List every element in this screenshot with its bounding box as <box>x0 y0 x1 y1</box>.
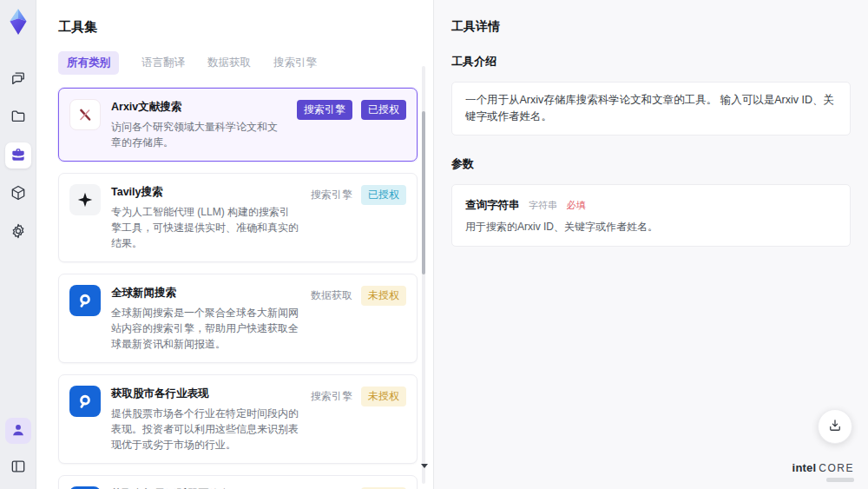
sidebar-item-chat[interactable] <box>5 66 31 92</box>
sidebar-item-settings[interactable] <box>5 219 31 245</box>
gear-icon <box>10 222 27 242</box>
tool-intro-text: 一个用于从Arxiv存储库搜索科学论文和文章的工具。 输入可以是Arxiv ID… <box>451 82 851 135</box>
tool-desc: 专为人工智能代理 (LLM) 构建的搜索引擎工具，可快速提供实时、准确和真实的结… <box>111 204 299 251</box>
panel-toggle-icon <box>10 458 27 478</box>
tool-name: 获取股市各行业表现 <box>111 387 299 401</box>
tool-card-sector-performance[interactable]: 获取股市各行业表现 提供股票市场各个行业在特定时间段内的表现。投资者可以利用这些… <box>58 374 418 464</box>
tool-name: 全球新闻搜索 <box>111 286 299 301</box>
brand-subtext-mark <box>826 478 854 482</box>
sidebar-item-models[interactable] <box>5 181 31 207</box>
intro-heading: 工具介绍 <box>451 54 851 69</box>
tab-search-engine[interactable]: 搜索引擎 <box>273 51 317 75</box>
news-app-icon <box>69 386 101 417</box>
sidebar-item-profile[interactable] <box>5 418 31 444</box>
tab-data-fetch[interactable]: 数据获取 <box>207 51 251 75</box>
download-icon <box>827 418 843 436</box>
sidebar-item-panel-toggle[interactable] <box>5 454 31 480</box>
scroll-down-arrow-icon[interactable] <box>421 464 428 468</box>
detail-title: 工具详情 <box>451 19 851 35</box>
auth-status-badge: 未授权 <box>361 387 406 406</box>
tab-translation[interactable]: 语言翻译 <box>141 51 185 75</box>
intel-core-logo: intelCORE <box>792 460 854 482</box>
sidebar-item-toolbox[interactable] <box>5 142 31 169</box>
auth-status-badge: 已授权 <box>361 100 406 120</box>
tab-all-categories[interactable]: 所有类别 <box>58 51 119 75</box>
package-icon <box>10 184 27 204</box>
tool-name: Arxiv文献搜索 <box>111 100 285 115</box>
tool-desc: 全球新闻搜索是一个聚合全球各大新闻网站内容的搜索引擎，帮助用户快速获取全球最新资… <box>111 305 299 352</box>
tools-panel: 工具集 所有类别 语言翻译 数据获取 搜索引擎 Arxiv文献搜索 访问各个研究… <box>36 0 434 489</box>
tool-card-tavily[interactable]: Tavily搜索 专为人工智能代理 (LLM) 构建的搜索引擎工具，可快速提供实… <box>58 173 418 262</box>
app-window: 工具集 所有类别 语言翻译 数据获取 搜索引擎 Arxiv文献搜索 访问各个研究… <box>0 0 868 489</box>
folder-icon <box>10 108 27 128</box>
toolbox-icon <box>10 146 27 166</box>
param-desc: 用于搜索的Arxiv ID、关键字或作者姓名。 <box>465 220 837 235</box>
auth-status-badge: 未授权 <box>361 286 406 306</box>
download-button[interactable] <box>818 409 852 444</box>
category-label: 搜索引擎 <box>311 188 352 202</box>
page-title: 工具集 <box>58 19 412 36</box>
left-rail <box>0 0 36 489</box>
params-heading: 参数 <box>451 156 851 172</box>
auth-status-badge: 已授权 <box>361 185 406 205</box>
tool-desc: 提供股票市场各个行业在特定时间段内的表现。投资者可以利用这些信息来识别表现优于或… <box>111 406 299 453</box>
app-logo-icon <box>3 7 33 36</box>
category-label: 搜索引擎 <box>311 389 352 404</box>
param-type: 字符串 <box>529 200 557 210</box>
tool-card-global-news[interactable]: 全球新闻搜索 全球新闻搜索是一个聚合全球各大新闻网站内容的搜索引擎，帮助用户快速… <box>58 274 418 363</box>
tool-name: Tavily搜索 <box>111 185 299 200</box>
param-name: 查询字符串 <box>465 199 520 211</box>
user-icon <box>10 421 27 441</box>
tool-card-active-stocks[interactable]: 获取市场最活跃股票信息 提供当天交易量最高的股票列表，投资者可以利用这些信息来识… <box>58 475 418 489</box>
tavily-star-icon <box>69 184 101 215</box>
param-required-badge: 必填 <box>566 200 585 210</box>
sidebar-item-files[interactable] <box>5 104 31 130</box>
category-tabs: 所有类别 语言翻译 数据获取 搜索引擎 <box>58 51 412 75</box>
tool-detail-panel: 工具详情 工具介绍 一个用于从Arxiv存储库搜索科学论文和文章的工具。 输入可… <box>434 0 868 489</box>
arxiv-icon <box>69 99 101 130</box>
scrollbar-thumb[interactable] <box>422 111 425 274</box>
category-badge: 搜索引擎 <box>297 100 352 120</box>
news-app-icon <box>69 285 101 316</box>
list-scrollbar[interactable] <box>422 66 425 484</box>
core-brand-text: CORE <box>819 462 854 474</box>
intel-brand-text: intel <box>792 461 817 474</box>
chat-icon <box>10 69 27 89</box>
param-card: 查询字符串 字符串 必填 用于搜索的Arxiv ID、关键字或作者姓名。 <box>451 184 851 247</box>
category-label: 数据获取 <box>311 288 352 303</box>
tool-desc: 访问各个研究领域大量科学论文和文章的存储库。 <box>111 119 285 150</box>
tool-card-arxiv[interactable]: Arxiv文献搜索 访问各个研究领域大量科学论文和文章的存储库。 搜索引擎 已授… <box>58 88 418 162</box>
tool-list: Arxiv文献搜索 访问各个研究领域大量科学论文和文章的存储库。 搜索引擎 已授… <box>58 88 418 489</box>
